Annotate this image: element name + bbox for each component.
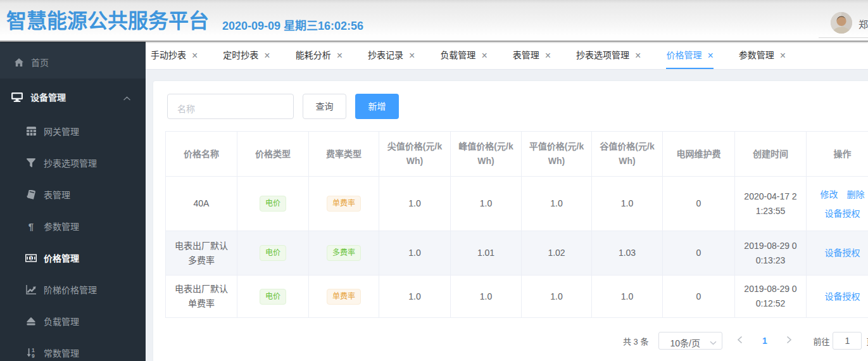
svg-text:9: 9 <box>32 353 35 358</box>
svg-text:1: 1 <box>30 255 33 261</box>
